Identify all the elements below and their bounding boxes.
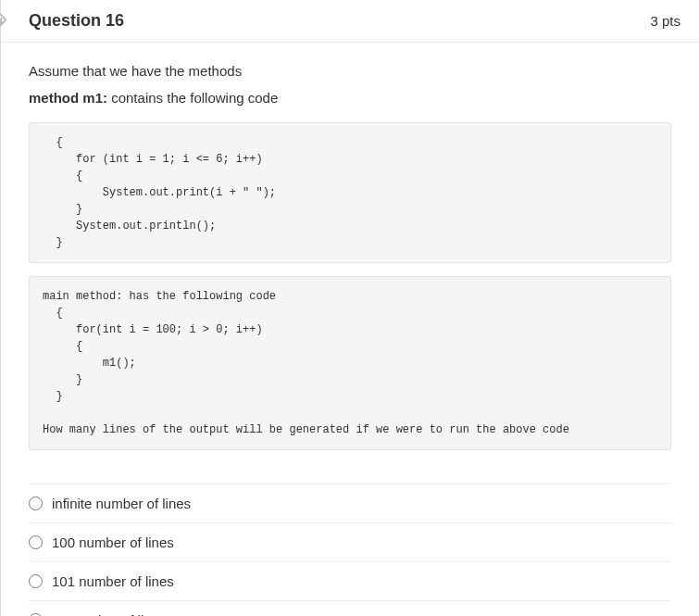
question-card: Question 16 3 pts Assume that we have th… bbox=[0, 0, 699, 616]
option-row[interactable]: 99 number of lines bbox=[29, 600, 671, 616]
option-label: 99 number of lines bbox=[52, 612, 166, 616]
option-label: 101 number of lines bbox=[52, 573, 174, 589]
option-row[interactable]: 101 number of lines bbox=[29, 561, 671, 600]
question-header: Question 16 3 pts bbox=[1, 0, 699, 43]
code-block-main: main method: has the following code { fo… bbox=[29, 276, 671, 450]
option-row[interactable]: 100 number of lines bbox=[29, 522, 671, 561]
option-label: 100 number of lines bbox=[52, 534, 174, 550]
answer-options: infinite number of lines 100 number of l… bbox=[29, 484, 671, 616]
code-block-m1: { for (int i = 1; i <= 6; i++) { System.… bbox=[29, 122, 671, 263]
option-radio[interactable] bbox=[29, 497, 43, 510]
prompt-text-2: method m1: contains the following code bbox=[29, 90, 671, 106]
method-name: method m1: bbox=[29, 90, 107, 106]
option-radio[interactable] bbox=[29, 535, 43, 549]
method-desc: contains the following code bbox=[107, 90, 278, 106]
option-row[interactable]: infinite number of lines bbox=[29, 484, 671, 522]
question-points: 3 pts bbox=[650, 13, 680, 29]
prompt-text-1: Assume that we have the methods bbox=[29, 63, 671, 79]
question-body: Assume that we have the methods method m… bbox=[1, 43, 699, 616]
question-title: Question 16 bbox=[29, 11, 124, 31]
option-label: infinite number of lines bbox=[52, 496, 191, 511]
option-radio[interactable] bbox=[29, 574, 43, 588]
